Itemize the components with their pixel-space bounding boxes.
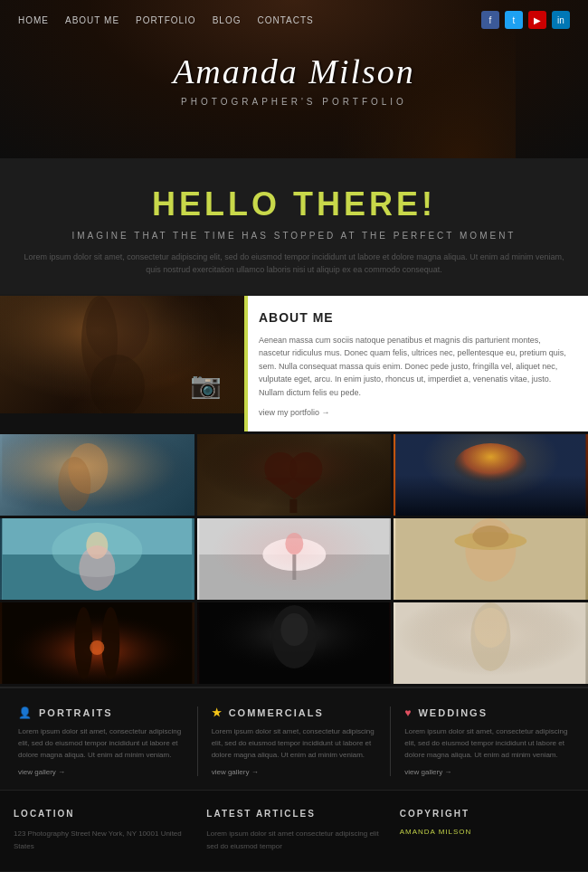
svg-point-28	[473, 526, 509, 547]
hero-section: HELLO THERE! IMAGINE THAT THE TIME HAS S…	[0, 158, 588, 294]
category-commercials: ★ COMMERCIALS Lorem ipsum dolor sit amet…	[203, 706, 386, 776]
svg-rect-4	[2, 434, 192, 516]
portraits-text: Lorem ipsum dolor sit amet, consectetur …	[18, 726, 184, 761]
hero-description: Lorem ipsum dolor sit amet, consectetur …	[18, 251, 570, 276]
footer-location-text: 123 Photography Street New York, NY 1000…	[14, 828, 188, 852]
svg-point-22	[262, 538, 326, 571]
svg-point-24	[285, 533, 303, 554]
svg-rect-20	[199, 518, 389, 600]
facebook-icon[interactable]: f	[481, 11, 499, 29]
featured-photo	[0, 296, 244, 413]
social-icons: f t ▶ in	[481, 11, 570, 29]
grid-photo-5[interactable]	[197, 518, 392, 600]
hero-subtitle: IMAGINE THAT THE TIME HAS STOPPED AT THE…	[18, 231, 570, 241]
hero-title: HELLO THERE!	[18, 185, 570, 223]
about-text: Aenean massa cum sociis natoque penatibu…	[259, 334, 574, 399]
category-weddings-title: ♥ WEDDINGS	[404, 706, 570, 719]
nav-links: HOME ABOUT ME PORTFOLIO BLOG CONTACTS	[18, 15, 314, 25]
svg-rect-29	[2, 602, 192, 684]
grid-photo-7[interactable]	[0, 602, 194, 684]
footer-location-title: LOCATION	[14, 809, 188, 819]
svg-rect-13	[396, 434, 586, 516]
nav-contacts[interactable]: CONTACTS	[257, 15, 313, 25]
about-title: ABOUT ME	[259, 310, 574, 325]
svg-rect-16	[2, 554, 192, 600]
category-portraits-title: 👤 PORTRAITS	[18, 706, 184, 719]
svg-point-40	[471, 602, 511, 671]
weddings-gallery-link[interactable]: view gallery	[404, 768, 570, 776]
footer-copyright-name: AMANDA MILSON	[400, 828, 574, 836]
category-commercials-title: ★ COMMERCIALS	[212, 706, 377, 719]
svg-rect-15	[2, 518, 192, 600]
svg-point-33	[90, 640, 104, 655]
photo-grid	[0, 431, 588, 687]
weddings-text: Lorem ipsum dolor sit amet, consectetur …	[404, 726, 570, 761]
svg-rect-25	[396, 518, 586, 600]
site-subtitle: PHOTOGRAPHER'S PORTFOLIO	[173, 97, 415, 107]
weddings-icon: ♥	[404, 706, 413, 719]
svg-point-18	[86, 532, 108, 559]
svg-point-36	[271, 605, 317, 668]
category-weddings: ♥ WEDDINGS Lorem ipsum dolor sit amet, c…	[395, 706, 579, 776]
weddings-label: WEDDINGS	[418, 707, 488, 718]
category-divider-1	[197, 706, 198, 776]
svg-point-41	[475, 608, 507, 648]
commercials-text: Lorem ipsum dolor sit amet, consectetur …	[212, 726, 377, 761]
view-portfolio-link[interactable]: view my portfolio	[259, 408, 574, 417]
footer-articles: LATEST ARTICLES Lorem ipsum dolor sit am…	[206, 809, 381, 852]
svg-point-27	[455, 532, 527, 550]
svg-point-26	[466, 518, 517, 582]
commercials-label: COMMERCIALS	[229, 707, 324, 718]
portraits-icon: 👤	[18, 706, 33, 719]
linkedin-icon[interactable]: in	[552, 11, 570, 29]
svg-rect-30	[2, 602, 192, 684]
about-card: ABOUT ME Aenean massa cum sociis natoque…	[244, 296, 588, 431]
svg-point-6	[58, 457, 90, 511]
svg-rect-12	[396, 434, 586, 516]
svg-point-32	[101, 607, 119, 679]
youtube-icon[interactable]: ▶	[528, 11, 546, 29]
navigation: HOME ABOUT ME PORTFOLIO BLOG CONTACTS f …	[0, 11, 588, 29]
svg-point-5	[68, 443, 108, 494]
svg-rect-38	[396, 602, 586, 684]
commercials-icon: ★	[212, 706, 223, 719]
grid-photo-2[interactable]	[197, 434, 392, 516]
svg-point-37	[280, 613, 308, 646]
grid-photo-6[interactable]	[394, 518, 588, 600]
footer: LOCATION 123 Photography Street New York…	[0, 790, 588, 870]
nav-portfolio[interactable]: PORTFOLIO	[136, 15, 196, 25]
svg-point-14	[455, 443, 527, 488]
portraits-label: PORTRAITS	[39, 707, 113, 718]
nav-home[interactable]: HOME	[18, 15, 49, 25]
svg-marker-10	[264, 478, 321, 499]
svg-rect-21	[199, 554, 389, 600]
svg-point-31	[74, 607, 92, 679]
nav-blog[interactable]: BLOG	[213, 15, 242, 25]
svg-rect-23	[292, 554, 296, 580]
nav-about[interactable]: ABOUT ME	[65, 15, 119, 25]
svg-point-8	[264, 452, 297, 485]
svg-rect-7	[199, 434, 389, 516]
grid-photo-3[interactable]	[394, 434, 588, 516]
svg-point-19	[79, 545, 115, 591]
categories-section: 👤 PORTRAITS Lorem ipsum dolor sit amet, …	[0, 687, 588, 790]
svg-rect-34	[199, 602, 389, 684]
commercials-gallery-link[interactable]: view gallery	[212, 768, 377, 776]
grid-photo-9[interactable]	[394, 602, 588, 684]
footer-articles-title: LATEST ARTICLES	[206, 809, 381, 819]
portraits-gallery-link[interactable]: view gallery	[18, 768, 184, 776]
footer-location: LOCATION 123 Photography Street New York…	[14, 809, 188, 852]
grid-photo-4[interactable]	[0, 518, 194, 600]
twitter-icon[interactable]: t	[505, 11, 523, 29]
grid-photo-8[interactable]	[197, 602, 392, 684]
svg-point-17	[52, 523, 142, 577]
footer-copyright-title: COPYRIGHT	[400, 809, 574, 819]
header-content: Amanda Milson PHOTOGRAPHER'S PORTFOLIO	[173, 52, 415, 107]
svg-rect-35	[199, 602, 389, 684]
about-card-accent	[244, 296, 248, 431]
svg-rect-11	[289, 499, 297, 513]
footer-copyright: COPYRIGHT AMANDA MILSON	[400, 809, 574, 852]
grid-photo-1[interactable]	[0, 434, 194, 516]
svg-point-9	[289, 452, 322, 485]
svg-rect-39	[396, 602, 586, 684]
